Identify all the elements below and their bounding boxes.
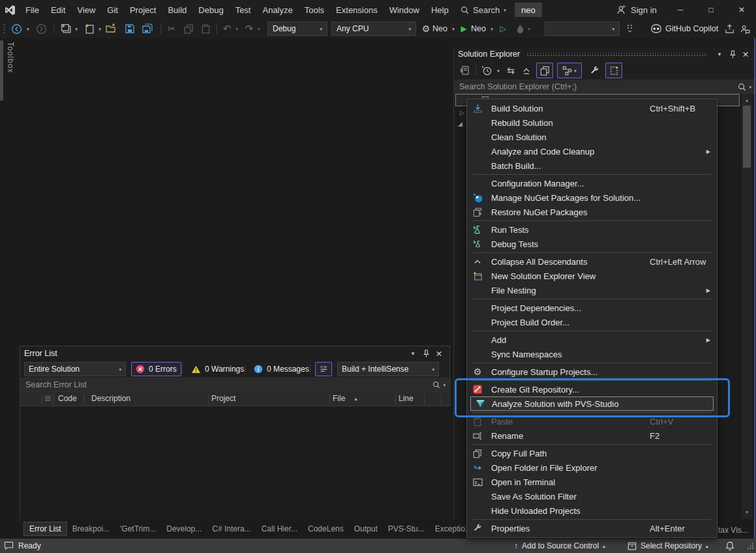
tree-expander-expanded-icon[interactable]: ◢ <box>458 121 462 127</box>
menu-build[interactable]: Build <box>162 0 192 20</box>
tab-csharp-interactive[interactable]: C# Intera... <box>207 522 256 535</box>
close-icon[interactable]: ✕ <box>432 348 446 359</box>
menu-item-collapse-all-descendants[interactable]: Collapse All Descendants Ctrl+Left Arrow <box>467 254 717 269</box>
paste-button[interactable] <box>198 22 213 36</box>
navigate-back-dropdown[interactable]: ▾ <box>25 22 31 36</box>
toolbox-autohide-tab[interactable]: Toolbox <box>0 38 17 110</box>
pin-icon[interactable] <box>726 48 739 60</box>
menu-item-copy-full-path[interactable]: Copy Full Path <box>467 446 717 460</box>
menu-help[interactable]: Help <box>425 0 455 20</box>
menu-item-sync-namespaces[interactable]: Sync Namespaces <box>467 347 717 361</box>
menu-item-build-solution[interactable]: Build Solution Ctrl+Shift+B <box>467 101 717 115</box>
menu-edit[interactable]: Edit <box>45 0 71 20</box>
startup-project-label[interactable]: Neo <box>432 22 447 36</box>
menu-item-run-tests[interactable]: Run Tests <box>467 222 717 237</box>
filter-button[interactable] <box>315 362 332 376</box>
tree-expander-collapsed-icon[interactable]: ▷ <box>460 110 464 116</box>
navigate-forward-button[interactable] <box>34 22 48 36</box>
menu-item-save-as-solution-filter[interactable]: Save As Solution Filter <box>467 489 717 503</box>
maximize-button[interactable]: □ <box>697 0 725 20</box>
undo-dropdown[interactable]: ▾ <box>234 22 240 36</box>
sign-in-button[interactable]: Sign in <box>616 0 657 20</box>
share-icon[interactable] <box>723 22 736 36</box>
feedback-icon[interactable] <box>738 22 751 36</box>
menu-view[interactable]: View <box>71 0 101 20</box>
menu-tools[interactable]: Tools <box>299 0 330 20</box>
github-copilot-label[interactable]: GitHub Copilot <box>665 22 718 36</box>
preview-selected-items-toggle[interactable] <box>536 63 553 78</box>
close-button[interactable]: ✕ <box>727 0 756 20</box>
menu-item-project-dependencies[interactable]: Project Dependencies... <box>467 301 717 315</box>
menu-item-analyze-and-code-cleanup[interactable]: Analyze and Code Cleanup ▶ <box>467 144 717 158</box>
scope-combobox[interactable]: ▾ <box>545 22 620 36</box>
menu-item-new-solution-explorer-view[interactable]: New Solution Explorer View <box>467 269 717 283</box>
run-button-icon[interactable]: ▶ <box>459 22 468 36</box>
messages-toggle-button[interactable]: 0 Messages <box>250 362 313 376</box>
github-copilot-icon[interactable] <box>649 22 663 36</box>
tab-pvs-studio[interactable]: PVS-Stu... <box>383 522 430 535</box>
scroll-up-icon[interactable]: ▲ <box>742 95 752 104</box>
vertical-scrollbar[interactable]: ▲ ▼ <box>742 94 752 519</box>
redo-dropdown[interactable]: ▾ <box>256 22 262 36</box>
collapse-all-icon[interactable] <box>519 63 534 78</box>
menu-item-project-build-order[interactable]: Project Build Order... <box>467 315 717 329</box>
warnings-toggle-button[interactable]: 0 Warnings <box>187 362 248 376</box>
tab-syntax-visualizer[interactable]: tax Vis... <box>713 524 753 537</box>
navigate-back-button[interactable] <box>9 22 23 36</box>
startup-project-dropdown[interactable]: ▾ <box>450 22 457 36</box>
add-new-item-dropdown[interactable]: ▾ <box>97 22 103 36</box>
scrollbar-thumb[interactable] <box>743 106 751 168</box>
solution-explorer-search-input[interactable] <box>454 82 736 91</box>
start-without-debugging-icon[interactable]: ▷ <box>498 22 507 36</box>
tab-developer[interactable]: Develop... <box>161 522 207 535</box>
cut-button[interactable]: ✂ <box>164 22 179 36</box>
global-search[interactable]: Search ▾ <box>461 0 506 20</box>
scroll-down-icon[interactable]: ▼ <box>742 507 752 516</box>
related-documents-toggle[interactable]: ▾ <box>557 63 582 78</box>
menu-item-batch-build[interactable]: Batch Build... <box>467 158 717 173</box>
menu-file[interactable]: File <box>20 0 45 20</box>
configuration-combobox[interactable]: Debug ▾ <box>267 22 327 36</box>
open-file-button[interactable] <box>104 22 119 36</box>
menu-item-open-in-terminal[interactable]: Open in Terminal <box>467 475 717 489</box>
platform-combobox[interactable]: Any CPU ▾ <box>331 22 416 36</box>
select-repository-button[interactable]: Select Repository ▴ <box>627 539 708 553</box>
save-all-button[interactable] <box>140 22 155 36</box>
undo-button[interactable]: ↶ <box>220 22 234 36</box>
hot-reload-icon[interactable] <box>514 22 526 36</box>
run-target-label[interactable]: Neo <box>471 22 486 36</box>
column-description[interactable]: Description <box>91 394 130 403</box>
panel-drag-grip[interactable] <box>526 53 706 56</box>
properties-wrench-icon[interactable] <box>586 63 603 78</box>
menu-extensions[interactable]: Extensions <box>330 0 384 20</box>
tab-breakpoints[interactable]: Breakpoi... <box>67 522 115 535</box>
tab-gettrim[interactable]: 'GetTrim... <box>115 522 161 535</box>
menu-git[interactable]: Git <box>101 0 124 20</box>
menu-window[interactable]: Window <box>384 0 425 20</box>
window-position-icon[interactable]: ▾ <box>713 48 726 60</box>
menu-item-properties[interactable]: Properties Alt+Enter <box>467 521 717 535</box>
column-project[interactable]: Project <box>211 394 235 403</box>
save-button[interactable] <box>123 22 137 36</box>
tab-output[interactable]: Output <box>349 522 383 535</box>
notifications-bell-icon[interactable] <box>725 539 734 553</box>
menu-item-open-folder-in-file-explorer[interactable]: ↪ Open Folder in File Explorer <box>467 460 717 475</box>
menu-item-rename[interactable]: Rename F2 <box>467 428 717 443</box>
new-project-dropdown[interactable]: ▾ <box>73 22 80 36</box>
menu-item-rebuild-solution[interactable]: Rebuild Solution <box>467 115 717 130</box>
toolbar-grip[interactable] <box>3 23 5 34</box>
menu-item-configuration-manager[interactable]: Configuration Manager... <box>467 176 717 190</box>
feedback-bubble-icon[interactable] <box>4 539 14 553</box>
menu-debug[interactable]: Debug <box>192 0 229 20</box>
error-list-search-input[interactable] <box>20 380 431 389</box>
new-project-button[interactable] <box>59 22 73 36</box>
copy-button[interactable] <box>181 22 196 36</box>
close-icon[interactable]: ✕ <box>739 48 752 60</box>
menu-item-add[interactable]: Add ▶ <box>467 333 717 347</box>
menu-test[interactable]: Test <box>230 0 257 20</box>
search-options-dropdown[interactable]: ▾ <box>442 383 451 387</box>
add-to-source-control-button[interactable]: ↑ Add to Source Control ▴ <box>514 539 605 553</box>
column-line[interactable]: Line <box>399 394 414 403</box>
menu-item-file-nesting[interactable]: File Nesting ▶ <box>467 283 717 297</box>
pin-icon[interactable] <box>419 348 432 359</box>
